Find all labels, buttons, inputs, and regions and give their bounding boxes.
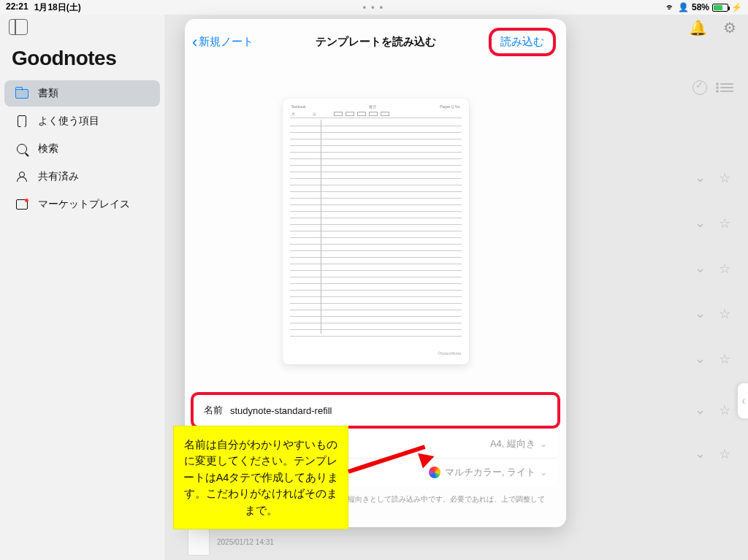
status-time: 22:21 <box>6 1 28 14</box>
user-icon: 👤 <box>678 2 689 12</box>
sidebar-item-favorites[interactable]: よく使う項目 <box>4 108 160 134</box>
status-bar: 22:21 1月18日(土) • • • ᯤ 👤 58% ⚡ <box>0 0 748 15</box>
name-label: 名前 <box>204 404 223 417</box>
chevron-down-icon[interactable]: ⌄ <box>695 215 706 231</box>
search-icon <box>15 142 29 156</box>
slide-over-handle[interactable]: ‹ <box>738 383 748 418</box>
color-wheel-icon <box>429 467 440 478</box>
bell-icon[interactable]: 🔔 <box>689 19 707 37</box>
size-value: A4, 縦向き <box>490 437 535 450</box>
sidebar-toggle-icon[interactable] <box>9 19 28 35</box>
preview-footer: ©NotionWorks <box>290 347 462 356</box>
back-label: 新規ノート <box>199 35 253 49</box>
color-value: マルチカラー, ライト <box>445 466 535 479</box>
preview-date-d: 日 <box>313 112 316 116</box>
folder-icon <box>15 86 29 101</box>
store-icon <box>15 197 29 212</box>
battery-percent: 58% <box>692 2 709 12</box>
bookmark-icon <box>15 114 29 129</box>
annotation-arrow-icon <box>348 469 429 474</box>
template-name-input[interactable] <box>230 405 547 416</box>
chevron-down-icon[interactable]: ⌄ <box>695 305 706 321</box>
sidebar-item-documents[interactable]: 書類 <box>4 80 160 107</box>
chevron-down-icon: ⌄ <box>540 439 547 449</box>
preview-label-tl: Textbook <box>291 104 306 109</box>
sidebar-item-label: 共有済み <box>38 170 79 183</box>
star-icon[interactable]: ☆ <box>719 306 733 321</box>
bg-document[interactable]: 2025/01/12 14:31 <box>188 528 274 556</box>
sidebar-item-shared[interactable]: 共有済み <box>4 164 160 190</box>
sidebar-item-search[interactable]: 検索 <box>4 136 160 162</box>
people-icon <box>15 169 29 184</box>
star-icon[interactable]: ☆ <box>719 261 733 275</box>
document-date: 2025/01/12 14:31 <box>217 538 274 546</box>
sidebar-item-label: よく使う項目 <box>38 115 99 128</box>
sidebar-item-label: 書類 <box>38 87 58 100</box>
gear-icon[interactable]: ⚙ <box>723 19 736 37</box>
sidebar-item-label: マーケットプレイス <box>38 198 130 211</box>
chevron-left-icon: ‹ <box>192 35 197 50</box>
main-area: 🔔 ⚙ ⌄☆ ⌄☆ ⌄☆ ⌄☆ ⌄☆ ⌄☆ ⌄☆ ‹ 2025/01/12 14… <box>164 15 748 560</box>
check-circle-icon[interactable] <box>692 80 707 95</box>
list-icon[interactable] <box>720 83 733 92</box>
chevron-down-icon: ⌄ <box>540 467 547 477</box>
star-icon[interactable]: ☆ <box>719 215 733 230</box>
star-icon[interactable]: ☆ <box>719 402 733 417</box>
star-icon[interactable]: ☆ <box>719 170 733 185</box>
import-button[interactable]: 読み込む <box>489 28 556 56</box>
wifi-icon: ᯤ <box>666 2 675 12</box>
charging-icon: ⚡ <box>731 2 742 12</box>
document-thumbnail-icon <box>188 528 210 556</box>
sidebar: Goodnotes 書類 よく使う項目 検索 共有済み マーケットプレイス <box>0 15 164 560</box>
star-icon[interactable]: ☆ <box>719 351 733 366</box>
preview-label-tc: 復習 <box>369 104 376 109</box>
back-button[interactable]: ‹ 新規ノート <box>192 35 253 50</box>
status-date: 1月18日(土) <box>34 1 81 14</box>
template-name-row[interactable]: 名前 <box>191 392 560 429</box>
app-brand: Goodnotes <box>0 41 164 80</box>
preview-review-boxes <box>334 112 389 116</box>
star-icon[interactable]: ☆ <box>719 446 733 461</box>
battery-icon <box>712 4 728 12</box>
chevron-down-icon[interactable]: ⌄ <box>695 169 706 185</box>
chevron-down-icon[interactable]: ⌄ <box>695 402 706 418</box>
chevron-down-icon[interactable]: ⌄ <box>695 260 706 276</box>
multitask-dots[interactable]: • • • <box>81 2 666 12</box>
sidebar-item-label: 検索 <box>38 142 58 156</box>
chevron-down-icon[interactable]: ⌄ <box>695 445 706 461</box>
template-preview: Textbook 復習 Pages Q No 月 日 ©NotionWorks <box>283 99 469 364</box>
sidebar-item-marketplace[interactable]: マーケットプレイス <box>4 191 160 218</box>
annotation-note: 名前は自分がわかりやすいものに変更してください。テンプレートはA4タテで作成して… <box>173 426 348 529</box>
chevron-down-icon[interactable]: ⌄ <box>695 350 706 367</box>
preview-label-tr: Pages Q No <box>440 104 459 109</box>
preview-date-m: 月 <box>291 112 295 116</box>
